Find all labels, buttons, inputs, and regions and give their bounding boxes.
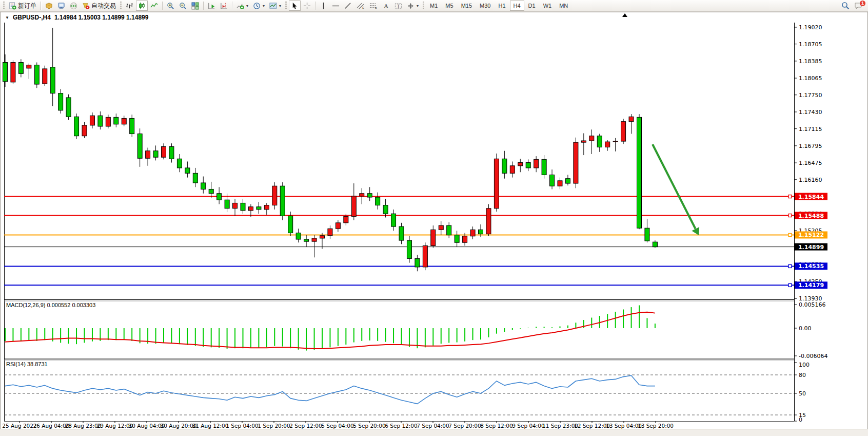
candle xyxy=(169,146,174,159)
svg-text:1.18705: 1.18705 xyxy=(799,41,822,48)
svg-text:25 Aug 2022: 25 Aug 2022 xyxy=(2,423,36,429)
candle xyxy=(320,236,325,238)
timeframe-m1-button[interactable]: M1 xyxy=(426,1,441,11)
svg-text:1.15122: 1.15122 xyxy=(798,232,824,238)
date-axis: 25 Aug 202226 Aug 04:0028 Aug 23:0029 Au… xyxy=(2,421,674,429)
notifications-button[interactable]: 1 xyxy=(852,1,864,11)
bar-chart-button[interactable] xyxy=(124,1,135,11)
svg-text:100: 100 xyxy=(799,362,810,368)
candle xyxy=(383,205,388,214)
chart-symbol-period: GBPUSD-,H4 xyxy=(13,14,51,21)
rsi-line xyxy=(5,375,655,404)
panel-frames xyxy=(4,23,795,422)
candle xyxy=(217,194,222,200)
candle xyxy=(336,223,340,229)
candle xyxy=(66,98,71,117)
price-axis: 1.190201.187051.183851.180651.177501.174… xyxy=(794,24,822,302)
label-button[interactable]: T xyxy=(392,1,404,11)
timeframe-h4-button[interactable]: H4 xyxy=(510,1,524,11)
zoom-out-button[interactable] xyxy=(177,1,189,11)
candle xyxy=(613,141,618,142)
candle xyxy=(233,203,238,208)
separator xyxy=(41,2,41,10)
horizontal-line-button[interactable] xyxy=(330,1,342,11)
chart-canvas[interactable]: 1.190201.187051.183851.180651.177501.174… xyxy=(0,0,868,436)
chevron-down-icon: ▾ xyxy=(417,4,419,8)
timeframe-m30-button[interactable]: M30 xyxy=(476,1,494,11)
svg-text:29 Aug 12:00: 29 Aug 12:00 xyxy=(97,423,133,429)
candle xyxy=(550,175,555,186)
periods-button[interactable]: ▾ xyxy=(251,1,267,11)
zoom-in-button[interactable] xyxy=(165,1,176,11)
svg-text:9 Sep 04:00: 9 Sep 04:00 xyxy=(512,423,544,429)
svg-text:-0.006064: -0.006064 xyxy=(799,353,827,359)
candle xyxy=(74,117,79,136)
auto-trading-button[interactable]: 自动交易 xyxy=(80,1,118,11)
timeframe-d1-button[interactable]: D1 xyxy=(525,1,539,11)
toolbar-grip[interactable] xyxy=(120,2,122,10)
svg-text:1.19020: 1.19020 xyxy=(799,24,822,31)
toolbar-grip[interactable] xyxy=(423,2,424,10)
clock-icon xyxy=(253,2,261,10)
svg-text:1.14179: 1.14179 xyxy=(798,282,824,289)
svg-text:7 Sep 04:00: 7 Sep 04:00 xyxy=(417,423,449,429)
tile-windows-icon xyxy=(191,2,199,10)
candle xyxy=(367,194,372,197)
candle xyxy=(98,116,103,126)
vertical-line-button[interactable] xyxy=(318,1,329,11)
channel-button[interactable]: E xyxy=(354,1,367,11)
svg-text:1 Sep 20:00: 1 Sep 20:00 xyxy=(258,423,290,429)
line-chart-button[interactable] xyxy=(148,1,160,11)
timeframe-m15-button[interactable]: M15 xyxy=(458,1,476,11)
candle xyxy=(455,235,459,243)
candlestick-chart-button[interactable] xyxy=(136,1,148,11)
indicators-button[interactable]: ▾ xyxy=(234,1,250,11)
status-bar xyxy=(0,429,868,436)
templates-button[interactable]: ▾ xyxy=(267,1,283,11)
auto-trading-icon xyxy=(82,2,90,10)
svg-text:1.17115: 1.17115 xyxy=(799,126,822,132)
trendline-icon xyxy=(344,2,352,10)
svg-text:30 Aug 04:00: 30 Aug 04:00 xyxy=(129,423,165,429)
market-watch-button[interactable] xyxy=(43,1,55,11)
candle xyxy=(304,239,309,241)
chart-shift-marker[interactable] xyxy=(622,13,627,17)
signal-button[interactable] xyxy=(68,1,80,11)
separator xyxy=(232,2,232,10)
bar-chart-icon xyxy=(126,2,133,10)
candle xyxy=(581,141,586,142)
rsi-panel: 1008050150 xyxy=(4,362,810,423)
crosshair-button[interactable] xyxy=(301,1,313,11)
candle xyxy=(106,117,110,126)
cursor-icon xyxy=(291,2,299,10)
chart-shift-button[interactable] xyxy=(218,1,230,11)
auto-scroll-button[interactable] xyxy=(206,1,218,11)
strategy-tester-button[interactable] xyxy=(55,1,67,11)
svg-text:1.16795: 1.16795 xyxy=(799,143,822,149)
template-icon xyxy=(269,2,277,10)
candle xyxy=(558,181,562,186)
timeframe-mn-button[interactable]: MN xyxy=(556,1,571,11)
candle xyxy=(296,233,301,239)
arrows-button[interactable]: ▾ xyxy=(405,1,421,11)
candle xyxy=(257,207,261,210)
timeframe-w1-button[interactable]: W1 xyxy=(540,1,556,11)
collapse-chart-icon[interactable]: ▼ xyxy=(5,15,9,20)
fibonacci-button[interactable]: F xyxy=(367,1,380,11)
candle xyxy=(50,67,55,93)
monitor-icon xyxy=(57,2,65,10)
trendline-button[interactable] xyxy=(342,1,354,11)
candle xyxy=(146,151,150,159)
cursor-button[interactable] xyxy=(289,1,301,11)
candle xyxy=(518,163,523,166)
svg-text:0.005166: 0.005166 xyxy=(799,301,826,308)
timeframe-m5-button[interactable]: M5 xyxy=(442,1,457,11)
tile-windows-button[interactable] xyxy=(189,1,201,11)
new-order-button[interactable]: 新订单 xyxy=(7,1,38,11)
candle xyxy=(264,205,269,210)
toolbar-grip[interactable] xyxy=(3,2,5,10)
search-button[interactable] xyxy=(839,1,852,11)
timeframe-h1-button[interactable]: H1 xyxy=(495,1,509,11)
toolbar-grip[interactable] xyxy=(285,2,287,10)
text-button[interactable]: A xyxy=(380,1,392,11)
